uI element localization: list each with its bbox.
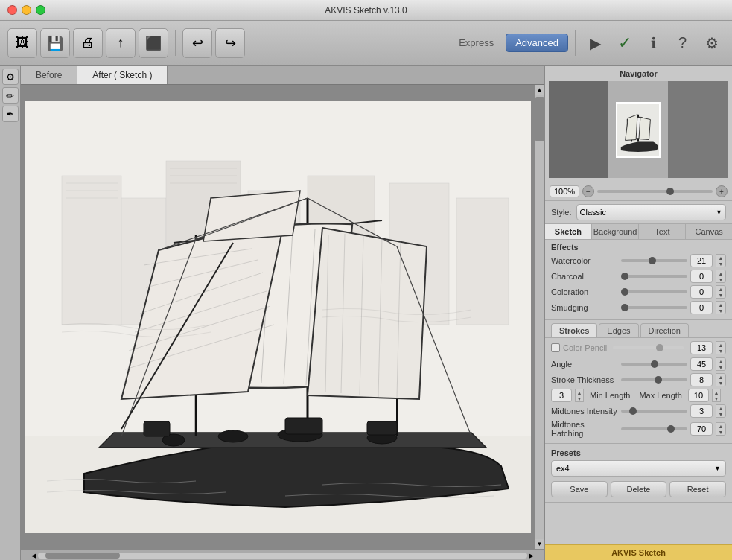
stroke-thickness-slider[interactable] <box>621 378 687 381</box>
color-pencil-value[interactable]: 13 <box>690 341 713 354</box>
tool-1[interactable]: ⚙ <box>2 69 19 85</box>
coloration-stepper[interactable]: ▲ ▼ <box>716 285 726 299</box>
reset-preset-button[interactable]: Reset <box>669 481 726 497</box>
horizontal-scrollbar[interactable]: ◀ ▶ <box>21 550 544 560</box>
watercolor-down[interactable]: ▼ <box>716 261 725 267</box>
zoom-minus-btn[interactable]: − <box>582 185 594 197</box>
tab-text[interactable]: Text <box>639 224 686 239</box>
tab-sketch[interactable]: Sketch <box>545 224 592 239</box>
undo-icon[interactable]: ↩ <box>182 28 212 58</box>
midtones-intensity-thumb[interactable] <box>629 407 637 415</box>
coloration-value[interactable]: 0 <box>690 285 713 299</box>
color-pencil-thumb[interactable] <box>656 344 663 351</box>
watercolor-slider-thumb[interactable] <box>649 257 656 264</box>
smudging-up[interactable]: ▲ <box>716 302 725 308</box>
tool-3[interactable]: ✒ <box>2 106 19 122</box>
charcoal-down[interactable]: ▼ <box>716 276 725 282</box>
strokes-tab-edges[interactable]: Edges <box>599 323 638 337</box>
coloration-down[interactable]: ▼ <box>716 292 725 298</box>
delete-preset-button[interactable]: Delete <box>611 481 667 497</box>
open-file-icon[interactable]: 🖼 <box>7 28 37 58</box>
angle-value[interactable]: 45 <box>690 357 713 371</box>
angle-slider[interactable] <box>621 363 687 366</box>
coloration-slider-thumb[interactable] <box>621 288 628 296</box>
zoom-plus-btn[interactable]: + <box>716 185 728 197</box>
watercolor-slider[interactable] <box>621 259 687 262</box>
h-scroll-left-arrow[interactable]: ◀ <box>31 552 36 559</box>
coloration-up[interactable]: ▲ <box>716 286 725 292</box>
charcoal-up[interactable]: ▲ <box>716 270 725 276</box>
play-button[interactable]: ▶ <box>582 30 608 56</box>
stroke-thickness-value[interactable]: 8 <box>690 373 713 386</box>
smudging-down[interactable]: ▼ <box>716 308 725 314</box>
redo-icon[interactable]: ↪ <box>215 28 245 58</box>
minimize-button[interactable] <box>22 5 31 15</box>
smudging-slider[interactable] <box>621 306 687 309</box>
preset-select[interactable]: ex4 ▼ <box>551 460 726 477</box>
scroll-thumb[interactable] <box>535 97 544 141</box>
tool-2[interactable]: ✏ <box>2 87 19 104</box>
scroll-up-arrow[interactable]: ▲ <box>535 85 545 95</box>
h-scroll-right-arrow[interactable]: ▶ <box>529 552 534 559</box>
zoom-value[interactable]: 100% <box>550 185 579 197</box>
midtones-hatching-thumb[interactable] <box>667 425 675 433</box>
zoom-slider-thumb[interactable] <box>666 188 674 195</box>
watercolor-stepper[interactable]: ▲ ▼ <box>716 254 726 267</box>
angle-stepper[interactable]: ▲ ▼ <box>716 357 726 371</box>
color-pencil-checkbox[interactable] <box>551 343 560 352</box>
midtones-hatching-value[interactable]: 70 <box>690 422 713 436</box>
midtones-intensity-stepper[interactable]: ▲ ▼ <box>716 404 726 418</box>
min-length-stepper[interactable]: ▲ ▼ <box>575 389 584 402</box>
max-length-stepper[interactable]: ▲ ▼ <box>712 389 721 402</box>
midtones-intensity-slider[interactable] <box>621 410 687 413</box>
before-tab[interactable]: Before <box>21 66 77 84</box>
info-button[interactable]: ℹ <box>640 30 666 56</box>
color-pencil-stepper[interactable]: ▲ ▼ <box>716 341 726 354</box>
midtones-hatching-slider[interactable] <box>621 427 687 430</box>
charcoal-value[interactable]: 0 <box>690 270 713 283</box>
save-preset-button[interactable]: Save <box>551 481 608 497</box>
color-pencil-slider[interactable] <box>613 346 684 349</box>
max-length-value[interactable]: 10 <box>688 389 709 402</box>
stroke-thickness-stepper[interactable]: ▲ ▼ <box>716 373 726 386</box>
advanced-mode-btn[interactable]: Advanced <box>506 34 568 52</box>
express-mode-btn[interactable]: Express <box>450 34 503 51</box>
h-scroll-track[interactable] <box>38 553 527 559</box>
midtones-hatching-stepper[interactable]: ▲ ▼ <box>716 422 726 436</box>
strokes-tab-direction[interactable]: Direction <box>640 323 689 337</box>
watercolor-value[interactable]: 21 <box>690 254 713 267</box>
save-file-icon[interactable]: 💾 <box>40 28 70 58</box>
smudging-stepper[interactable]: ▲ ▼ <box>716 301 726 314</box>
batch-icon[interactable]: ⬛ <box>139 28 168 58</box>
settings-button[interactable]: ⚙ <box>698 30 725 56</box>
smudging-value[interactable]: 0 <box>690 301 713 314</box>
tab-canvas[interactable]: Canvas <box>686 224 732 239</box>
charcoal-slider[interactable] <box>621 275 687 278</box>
print-icon[interactable]: 🖨 <box>73 28 103 58</box>
watercolor-up[interactable]: ▲ <box>716 255 725 261</box>
help-button[interactable]: ? <box>669 30 696 56</box>
tab-background[interactable]: Background <box>592 224 640 239</box>
scroll-track[interactable] <box>535 95 544 539</box>
vertical-scrollbar[interactable]: ▲ ▼ <box>534 85 544 550</box>
strokes-tab-strokes[interactable]: Strokes <box>551 323 597 337</box>
smudging-slider-thumb[interactable] <box>621 304 628 311</box>
min-length-value[interactable]: 3 <box>551 389 572 402</box>
angle-slider-thumb[interactable] <box>651 360 658 368</box>
midtones-intensity-value[interactable]: 3 <box>690 404 713 418</box>
scroll-down-arrow[interactable]: ▼ <box>535 539 545 550</box>
zoom-slider[interactable] <box>597 190 713 193</box>
charcoal-stepper[interactable]: ▲ ▼ <box>716 270 726 283</box>
close-button[interactable] <box>7 5 17 15</box>
apply-button[interactable]: ✓ <box>611 30 637 56</box>
coloration-slider[interactable] <box>621 290 687 293</box>
h-scroll-thumb[interactable] <box>45 553 120 559</box>
charcoal-slider-thumb[interactable] <box>621 273 628 280</box>
nav-thumbnail[interactable] <box>616 102 661 158</box>
style-select[interactable]: Classic ▼ <box>576 204 726 220</box>
after-tab[interactable]: After ( Sketch ) <box>77 66 168 84</box>
stroke-thickness-thumb[interactable] <box>655 376 662 384</box>
canvas-content[interactable] <box>21 85 534 550</box>
maximize-button[interactable] <box>36 5 45 15</box>
export-icon[interactable]: ↑ <box>106 28 136 58</box>
